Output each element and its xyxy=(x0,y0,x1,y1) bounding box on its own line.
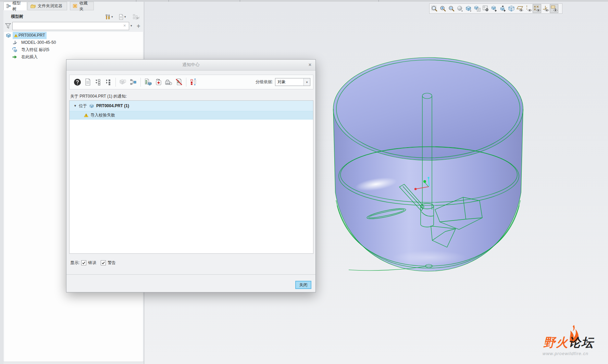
tree-node-button[interactable] xyxy=(128,77,138,87)
help-button[interactable] xyxy=(72,77,83,87)
errors-checkbox[interactable] xyxy=(81,260,86,265)
tree-node-icon xyxy=(130,79,137,86)
dialog-titlebar[interactable]: 通知中心 xyxy=(66,60,315,71)
tree-item-import-feature[interactable]: 导入特征 标识5 xyxy=(4,46,143,53)
navigator-tabs: 模型树 文件夹浏览器 收藏夹 xyxy=(3,2,144,11)
tree-filter-row: × ▾ + xyxy=(3,22,144,31)
group-by-value: 对象 xyxy=(275,79,303,85)
reorient-button[interactable] xyxy=(490,4,498,13)
close-button[interactable]: 关闭 xyxy=(295,281,311,289)
tree-item-label: MODEL-300-45-50 xyxy=(20,39,57,46)
shading-style-button[interactable] xyxy=(456,4,464,13)
check-icon xyxy=(82,261,86,265)
datum-point-green[interactable] xyxy=(423,180,426,183)
plane-display-icon xyxy=(516,5,523,12)
view-manager-icon xyxy=(482,5,489,12)
collapse-all-button[interactable] xyxy=(103,77,113,87)
help-icon xyxy=(74,78,81,86)
favorites-icon xyxy=(73,4,78,8)
group-by-select[interactable]: 对象 ▾ xyxy=(275,78,310,86)
saved-views-button[interactable] xyxy=(473,4,481,13)
tree-filter-input[interactable] xyxy=(12,22,129,30)
panel-scroll-strip[interactable] xyxy=(3,362,144,364)
notification-list: ▼ 位于 PRT0004.PRT (1) 导入校验失败 xyxy=(69,100,313,254)
group-by-control: 分组依据: 对象 ▾ xyxy=(256,78,310,86)
datum-point-red[interactable] xyxy=(414,188,417,190)
tree-item-label: 导入特征 标识5 xyxy=(20,46,51,53)
annotation-display-button[interactable] xyxy=(550,4,558,13)
combo-arrow-button[interactable]: ▾ xyxy=(303,78,310,86)
add-filter-button[interactable]: + xyxy=(137,22,140,30)
tools-icon xyxy=(105,14,111,20)
report-icon xyxy=(85,78,91,86)
tree-item-csys[interactable]: MODEL-300-45-50 xyxy=(4,39,143,46)
clear-verify-button[interactable] xyxy=(174,77,184,87)
object-info-icon xyxy=(120,79,126,86)
csys-icon xyxy=(12,40,17,45)
resort-button[interactable] xyxy=(188,77,199,87)
annotation-display-icon xyxy=(550,5,558,12)
reorient-icon xyxy=(491,5,498,12)
errors-checkbox-label[interactable]: 错误 xyxy=(88,260,96,266)
datum-point-cyan[interactable] xyxy=(427,177,429,178)
warnings-checkbox-label[interactable]: 警告 xyxy=(108,260,116,266)
zoom-in-icon xyxy=(439,5,446,12)
tree-tools-button[interactable]: ▾ xyxy=(104,12,114,21)
clear-filter-icon[interactable]: × xyxy=(123,23,126,28)
group-by-label: 分组依据: xyxy=(256,79,273,85)
insert-here-icon xyxy=(12,55,17,59)
tab-folder-browser[interactable]: 文件夹浏览器 xyxy=(27,2,67,10)
plane-display-button[interactable] xyxy=(516,4,524,13)
filter-funnel-icon xyxy=(5,23,11,29)
expand-all-button[interactable] xyxy=(93,77,103,87)
filter-dropdown-icon[interactable]: ▾ xyxy=(131,24,132,27)
show-filters-row: 显示: 错误 警告 xyxy=(70,260,116,266)
check-icon xyxy=(101,261,105,265)
saved-views-icon xyxy=(474,5,481,12)
zoom-out-button[interactable] xyxy=(447,4,456,13)
show-hide-button xyxy=(132,12,141,21)
add-notification-button[interactable] xyxy=(153,77,163,87)
perspective-button[interactable] xyxy=(507,4,516,13)
refit-button[interactable] xyxy=(430,4,438,13)
axis-display-icon xyxy=(525,5,532,12)
zoom-out-icon xyxy=(448,5,455,12)
csys-display-button[interactable] xyxy=(541,4,550,13)
dialog-close-icon[interactable]: × xyxy=(309,60,311,70)
toolbar-separator xyxy=(186,78,186,87)
display-style-button[interactable] xyxy=(464,4,473,13)
toolbar-separator xyxy=(140,78,141,87)
notification-text: 导入校验失败 xyxy=(90,112,115,118)
refit-icon xyxy=(431,5,438,12)
tab-model-tree[interactable]: 模型树 xyxy=(3,2,27,10)
model-tank-body[interactable] xyxy=(333,58,523,271)
notification-item-row[interactable]: 导入校验失败 xyxy=(70,111,313,120)
toolkit-button[interactable] xyxy=(163,77,174,87)
warnings-checkbox[interactable] xyxy=(101,260,106,265)
saved-orientations-button[interactable] xyxy=(498,4,507,13)
saved-orientations-icon xyxy=(499,5,506,12)
tab-favorites[interactable]: 收藏夹 xyxy=(70,2,94,10)
perspective-icon xyxy=(508,5,515,12)
point-display-button[interactable] xyxy=(533,4,541,13)
tab-label: 收藏夹 xyxy=(79,0,91,12)
graphics-toolbar xyxy=(429,3,562,14)
axis-display-button[interactable] xyxy=(524,4,533,13)
report-button[interactable] xyxy=(83,77,93,87)
tab-label: 模型树 xyxy=(12,0,24,12)
group-object-name: PRT0004.PRT (1) xyxy=(96,103,129,108)
collapse-triangle-icon[interactable]: ▼ xyxy=(74,104,77,108)
verify-report-button[interactable] xyxy=(143,77,153,87)
tree-item-label: 在此插入 xyxy=(20,53,39,61)
tree-item-part[interactable]: PRT0004.PRT xyxy=(4,32,143,39)
view-manager-button[interactable] xyxy=(481,4,490,13)
tree-display-options-button[interactable]: ▾ xyxy=(117,12,127,21)
folder-browser-icon xyxy=(30,4,36,8)
verify-report-icon xyxy=(145,78,152,86)
resort-icon xyxy=(190,78,197,86)
chevron-down-icon: ▾ xyxy=(111,15,113,18)
zoom-in-button[interactable] xyxy=(438,4,447,13)
notification-group-row[interactable]: ▼ 位于 PRT0004.PRT (1) xyxy=(70,101,313,111)
notifications-about-text: 关于 PRT0004.PRT (1) 的通知: xyxy=(70,93,127,99)
show-label: 显示: xyxy=(70,260,79,266)
